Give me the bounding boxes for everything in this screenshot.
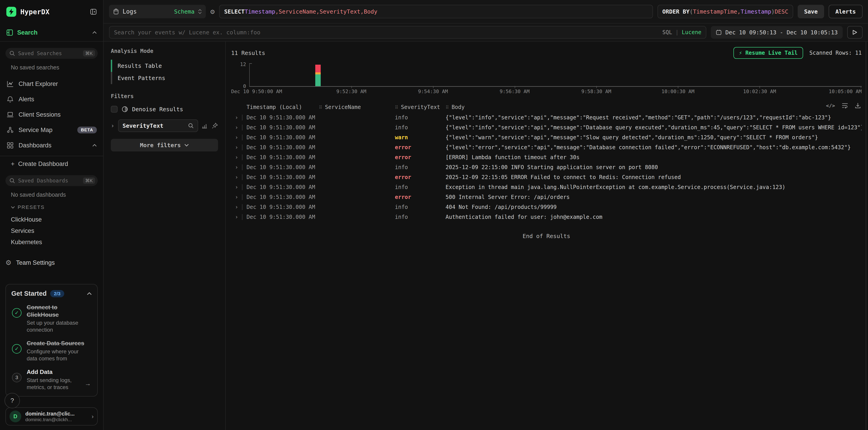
chevron-up-icon[interactable]: [92, 144, 97, 147]
user-menu[interactable]: D dominic.tran@clic... dominic.tran@clic…: [5, 407, 98, 426]
sql-paren: (: [689, 8, 693, 15]
sidebar-item-client-sessions[interactable]: Client Sessions: [5, 107, 98, 122]
cell-timestamp: Dec 10 9:51:30.000 AM: [247, 114, 319, 121]
resume-live-tail-button[interactable]: ⚡ Resume Live Tail: [734, 47, 803, 59]
sql-toggle[interactable]: SQL: [662, 29, 672, 35]
expand-row-icon[interactable]: ›: [231, 134, 242, 141]
get-started-step-3[interactable]: 3 Add Data Start sending logs, metrics, …: [11, 368, 92, 391]
preset-clickhouse[interactable]: ClickHouse: [5, 214, 98, 225]
search-icon[interactable]: [188, 123, 194, 128]
sidebar-item-team-settings[interactable]: ⚙ Team Settings: [5, 255, 98, 270]
expand-row-icon[interactable]: ›: [231, 204, 242, 210]
table-row[interactable]: ›Dec 10 9:51:30.000 AMerror2025-12-09 22…: [231, 172, 862, 182]
expand-row-icon[interactable]: ›: [231, 184, 242, 190]
x-tick: 9:58:30 AM: [581, 89, 611, 94]
wrap-lines-icon[interactable]: [842, 103, 848, 108]
save-button[interactable]: Save: [798, 5, 824, 18]
cell-timestamp: Dec 10 9:51:30.000 AM: [247, 214, 319, 220]
order-by-input[interactable]: ORDER BY (TimestampTime, Timestamp) DESC: [657, 5, 794, 18]
preset-kubernetes[interactable]: Kubernetes: [5, 236, 98, 248]
time-range-picker[interactable]: Dec 10 09:50:13 - Dec 10 10:05:13: [711, 26, 843, 39]
expand-row-icon[interactable]: ›: [231, 114, 242, 121]
table-row[interactable]: ›Dec 10 9:51:30.000 AMerror500 Internal …: [231, 192, 862, 202]
get-started-step-2[interactable]: ✓ Create Data Sources Configure where yo…: [11, 339, 92, 362]
check-circle-icon: ✓: [12, 344, 22, 354]
table-row[interactable]: ›Dec 10 9:51:30.000 AMwarn{"level":"warn…: [231, 132, 862, 142]
source-select[interactable]: Logs Schema: [109, 5, 206, 18]
help-button[interactable]: ?: [4, 393, 20, 408]
results-panel: 11 Results ⚡ Resume Live Tail Scanned Ro…: [226, 42, 868, 430]
sidebar-item-chart-explorer[interactable]: Chart Explorer: [5, 76, 98, 92]
saved-dashboards-input[interactable]: [18, 178, 80, 184]
cell-timestamp: Dec 10 9:51:30.000 AM: [247, 174, 319, 180]
alerts-button[interactable]: Alerts: [829, 5, 863, 18]
saved-dashboards-search[interactable]: ⌘K: [5, 175, 98, 186]
sidebar-item-search[interactable]: Search: [0, 24, 103, 42]
cell-body: {"level":"info","service":"api","message…: [445, 114, 862, 121]
nav-label: Service Map: [19, 127, 73, 134]
table-row[interactable]: ›Dec 10 9:51:30.000 AMinfo{"level":"info…: [231, 112, 862, 123]
drag-handle-icon[interactable]: ⠿: [319, 105, 322, 110]
expand-row-icon[interactable]: ›: [231, 154, 242, 161]
pin-icon[interactable]: [212, 123, 218, 129]
select-clause-input[interactable]: SELECT Timestamp,ServiceName,SeverityTex…: [219, 5, 653, 18]
col-servicename[interactable]: ⠿ServiceName: [319, 104, 395, 110]
mode-results-table[interactable]: Results Table: [111, 60, 218, 72]
filters-panel: Analysis Mode Results Table Event Patter…: [103, 42, 226, 430]
nav-label: Chart Explorer: [19, 80, 97, 88]
sidebar-item-dashboards[interactable]: Dashboards: [5, 138, 98, 153]
table-row[interactable]: ›Dec 10 9:51:30.000 AMinfoAuthentication…: [231, 212, 862, 222]
x-tick: 9:56:30 AM: [500, 89, 529, 94]
get-started-step-1[interactable]: ✓ Connect to ClickHouse Set up your data…: [11, 304, 92, 333]
saved-searches-search[interactable]: ⌘K: [5, 48, 98, 59]
source-settings-gear-icon[interactable]: ⚙: [210, 8, 215, 15]
col-body[interactable]: ⠿Body: [445, 104, 862, 110]
code-view-icon[interactable]: </>: [826, 103, 835, 108]
event-search-input[interactable]: [114, 29, 659, 36]
severity-filter-field[interactable]: SeverityText: [118, 119, 198, 132]
table-row[interactable]: ›Dec 10 9:51:30.000 AMinfoException in t…: [231, 182, 862, 192]
table-row[interactable]: ›Dec 10 9:51:30.000 AMerror[ERROR] Lambd…: [231, 153, 862, 162]
download-icon[interactable]: [855, 103, 861, 108]
presets-header[interactable]: PRESETS: [11, 204, 98, 210]
expand-row-icon[interactable]: ›: [231, 174, 242, 180]
expand-row-icon[interactable]: ›: [231, 194, 242, 200]
mode-event-patterns[interactable]: Event Patterns: [111, 72, 218, 84]
row-divider: [242, 125, 243, 130]
service-map-icon: [6, 127, 14, 133]
table-row[interactable]: ›Dec 10 9:51:30.000 AMinfo404 Not Found:…: [231, 202, 862, 212]
event-search[interactable]: SQL | Lucene: [109, 26, 706, 39]
lucene-toggle[interactable]: Lucene: [682, 29, 702, 35]
sidebar-item-alerts[interactable]: Alerts: [5, 92, 98, 107]
drag-handle-icon[interactable]: ⠿: [445, 105, 449, 110]
preset-services[interactable]: Services: [5, 225, 98, 236]
expand-row-icon[interactable]: ›: [231, 164, 242, 170]
drag-handle-icon[interactable]: ⠿: [395, 105, 398, 110]
table-row[interactable]: ›Dec 10 9:51:30.000 AMinfo{"level":"info…: [231, 123, 862, 132]
chevron-up-icon[interactable]: [87, 292, 92, 295]
create-dashboard-button[interactable]: + Create Dashboard: [5, 156, 98, 172]
sidebar-item-service-map[interactable]: Service Map BETA: [5, 122, 98, 138]
expand-row-icon[interactable]: ›: [231, 124, 242, 131]
more-filters-button[interactable]: More filters: [111, 139, 218, 152]
nav-label: Dashboards: [19, 142, 88, 149]
get-started-header[interactable]: Get Started 2/3: [11, 290, 92, 297]
chevron-right-icon[interactable]: ›: [111, 122, 115, 129]
chevron-up-icon[interactable]: [92, 31, 97, 34]
histogram-bar[interactable]: [315, 65, 321, 86]
cell-timestamp: Dec 10 9:51:30.000 AM: [247, 204, 319, 210]
col-severitytext[interactable]: ⠿SeverityText: [395, 104, 445, 110]
table-row[interactable]: ›Dec 10 9:51:30.000 AMinfo2025-12-09 22:…: [231, 162, 862, 172]
chart-filter-icon[interactable]: [202, 123, 208, 129]
histogram-plot[interactable]: [249, 63, 862, 87]
col-timestamp[interactable]: Timestamp (Local): [247, 104, 319, 110]
scrollbar[interactable]: [866, 42, 866, 430]
table-row[interactable]: ›Dec 10 9:51:30.000 AMerror{"level":"err…: [231, 142, 862, 153]
collapse-sidebar-icon[interactable]: [90, 8, 97, 15]
saved-searches-input[interactable]: [18, 51, 80, 56]
run-query-button[interactable]: [847, 26, 863, 39]
expand-row-icon[interactable]: ›: [231, 144, 242, 151]
language-toggle[interactable]: SQL | Lucene: [662, 29, 702, 35]
expand-row-icon[interactable]: ›: [231, 214, 242, 220]
denoise-checkbox[interactable]: [111, 106, 118, 112]
